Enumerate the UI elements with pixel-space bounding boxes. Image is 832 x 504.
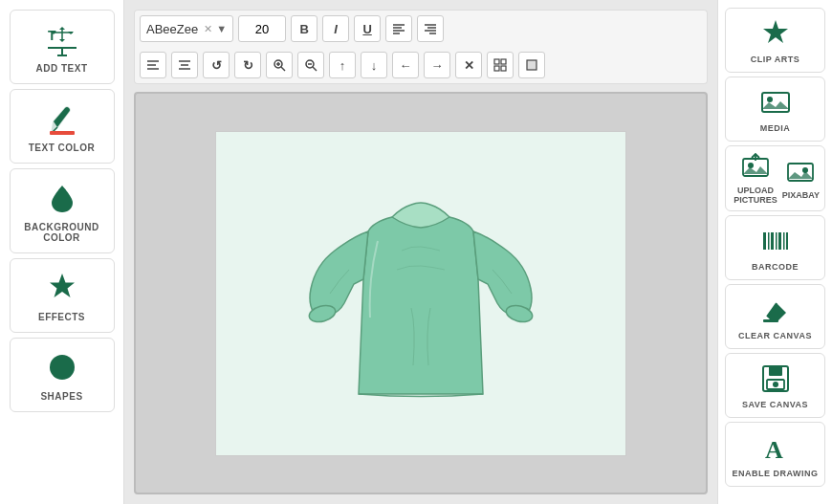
svg-marker-37 [763,20,788,43]
pixabay-label: PIXABAY [782,190,820,200]
svg-rect-49 [778,232,781,250]
upload-pictures-label: UPLOAD PICTURES [731,186,780,205]
svg-point-41 [748,163,754,168]
left-sidebar: T ADD TEXT TEXT COLOR [0,0,124,504]
clip-arts-icon [758,16,793,51]
delete-button[interactable]: ✕ [455,52,482,78]
shapes-label: SHAPES [40,391,82,402]
zoom-out-button[interactable] [297,52,324,78]
font-dropdown-icon[interactable]: ▼ [216,23,227,34]
background-color-button[interactable]: BACKGROUND COLOR [10,168,115,253]
clip-arts-button[interactable]: CLIP ARTS [725,8,825,73]
font-name: ABeeZee [146,22,198,36]
save-canvas-label: SAVE CANVAS [742,400,808,409]
svg-rect-33 [501,66,506,71]
svg-rect-34 [527,60,536,70]
text-color-icon [43,99,81,138]
media-button[interactable]: MEDIA [725,77,825,142]
svg-rect-32 [494,66,499,71]
toolbar-row1: ABeeZee ✕ ▼ B I U [134,10,708,47]
canvas-container [134,92,708,494]
align-center-button[interactable] [171,52,198,78]
move-left-button[interactable]: ← [392,52,419,78]
svg-rect-47 [771,232,774,250]
clip-arts-label: CLIP ARTS [751,55,800,64]
effects-icon [43,269,81,307]
svg-rect-48 [776,232,777,250]
svg-rect-31 [501,59,506,64]
shirt-display [216,132,625,455]
underline-button[interactable]: U [354,15,381,42]
toolbar-row2: ↺ ↻ ↑ ↓ ← → ✕ [134,47,708,84]
font-clear-icon[interactable]: ✕ [204,23,212,35]
clear-canvas-icon [758,293,793,327]
move-right-button[interactable]: → [424,52,450,78]
clear-canvas-button[interactable]: CLEAR CANVAS [725,284,825,349]
main-area: ABeeZee ✕ ▼ B I U ↺ ↻ ↑ ↓ ← → [124,0,717,504]
svg-rect-51 [786,232,788,250]
effects-label: EFFECTS [38,312,85,322]
upload-pictures-button[interactable]: UPLOAD PICTURES [731,152,780,205]
svg-rect-45 [763,232,766,250]
add-text-button[interactable]: T ADD TEXT [10,10,115,84]
add-text-icon: T [43,20,81,58]
svg-line-24 [281,67,285,71]
upload-pixabay-container: UPLOAD PICTURES PIXABAY [725,145,825,211]
crop-button[interactable] [518,52,545,78]
media-icon [758,85,793,120]
svg-rect-30 [494,59,499,64]
move-up-button[interactable]: ↑ [329,52,356,78]
right-sidebar: CLIP ARTS MEDIA UPLOAD PICT [717,0,832,504]
svg-rect-54 [769,366,782,376]
italic-button[interactable]: I [322,15,349,42]
save-canvas-icon [758,362,793,396]
barcode-label: BARCODE [752,262,799,272]
enable-drawing-button[interactable]: A ENABLE DRAWING [725,422,825,487]
pixabay-icon [785,157,816,187]
redo-button[interactable]: ↻ [234,52,261,78]
enable-drawing-label: ENABLE DRAWING [733,469,819,478]
barcode-button[interactable]: BARCODE [725,215,825,280]
move-down-button[interactable]: ↓ [361,52,387,78]
enable-drawing-icon: A [758,430,793,465]
pixabay-button[interactable]: PIXABAY [782,157,820,200]
background-color-label: BACKGROUND COLOR [15,222,109,243]
add-text-label: ADD TEXT [36,63,88,74]
background-color-icon [43,179,81,217]
save-canvas-button[interactable]: SAVE CANVAS [725,353,825,418]
shapes-button[interactable]: SHAPES [10,338,115,412]
effects-button[interactable]: EFFECTS [10,258,115,333]
svg-text:A: A [765,436,783,464]
align-left2-button[interactable] [140,52,166,78]
svg-rect-6 [50,131,75,135]
media-label: MEDIA [760,123,791,133]
svg-point-39 [767,97,773,102]
align-left-button[interactable] [385,15,412,42]
text-color-button[interactable]: TEXT COLOR [10,89,115,164]
svg-line-28 [313,67,317,71]
barcode-icon [758,224,793,258]
grid-button[interactable] [487,52,514,78]
svg-rect-46 [768,232,770,250]
svg-marker-7 [50,274,75,297]
font-selector[interactable]: ABeeZee ✕ ▼ [140,15,233,42]
svg-rect-50 [783,232,785,250]
font-size-input[interactable] [238,15,286,42]
svg-text:T: T [48,28,56,43]
canvas-inner[interactable] [215,131,626,456]
svg-point-8 [50,355,75,380]
upload-pictures-icon [740,152,771,183]
shapes-icon [43,348,81,386]
bold-button[interactable]: B [291,15,317,42]
svg-point-56 [773,382,778,387]
undo-button[interactable]: ↺ [203,52,230,78]
clear-canvas-label: CLEAR CANVAS [738,331,812,340]
align-right-button[interactable] [417,15,444,42]
svg-rect-52 [763,319,778,322]
text-color-label: TEXT COLOR [29,142,95,153]
zoom-in-button[interactable] [266,52,293,78]
